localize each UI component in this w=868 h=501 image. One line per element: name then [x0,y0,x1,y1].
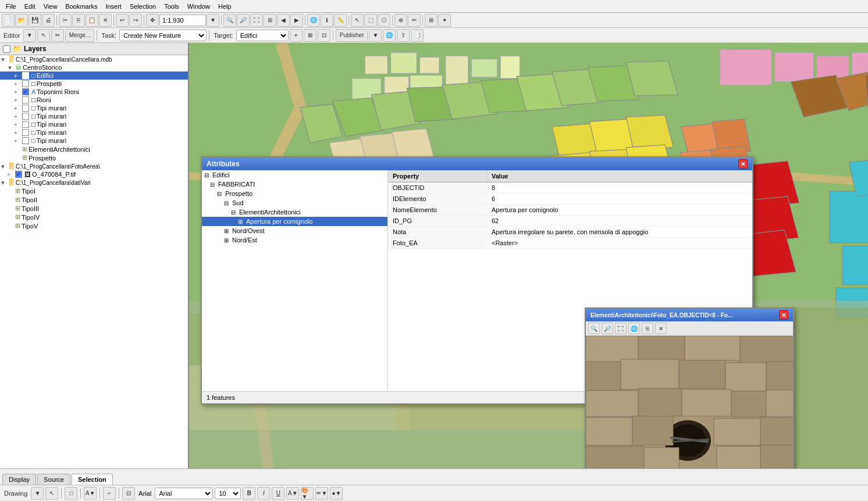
target-select[interactable]: Edifici [236,30,289,41]
layer-foto[interactable]: + ✓ 🖼 O_470084_P.tif [0,170,188,178]
tree-elementi-arch[interactable]: ⊟ ElementiArchitettonici [202,207,387,217]
font-select[interactable]: Arial [155,488,213,499]
foto-checkbox[interactable]: ✓ [15,171,22,178]
tipi2-checkbox[interactable] [22,113,29,120]
paste-button[interactable]: 📋 [86,14,98,27]
layer-tipi2[interactable]: + □ Tipi murari [0,112,188,120]
fill-color-button[interactable]: 🎨▼ [301,487,314,500]
drawing-dropdown[interactable]: ▼ [31,487,44,500]
tree-fabbricati[interactable]: ⊟ FABBRICATI [202,180,387,189]
drawing-callout[interactable]: ⌐ [103,487,116,500]
zoom-prev-button[interactable]: ◀ [277,14,290,27]
layer-toponimi[interactable]: + ✓ A Toponimi Rioni [0,88,188,96]
copy-button[interactable]: ⎘ [72,14,85,27]
tree-prospetto[interactable]: ⊟ Prospetto [202,189,387,198]
drawing-icon-q[interactable]: ⊡ [122,487,135,500]
layer-db1[interactable]: ▼ 🗄 C:\1_ProgCancellara\Cancellara.mdb [0,55,188,63]
photo-close-button[interactable]: ✕ [779,310,788,320]
layer-tipoi[interactable]: + ⊞ TipoI [0,187,188,195]
drawing-text-A[interactable]: A▼ [84,487,97,500]
expand-tipi3[interactable]: + [14,121,21,128]
editor-arrow[interactable]: ↖ [37,29,50,42]
globe-button[interactable]: 🌐 [307,14,320,27]
layer-db3[interactable]: ▼ 🗄 C:\1_ProgCancellara\datiVari [0,178,188,187]
toponimi-checkbox[interactable]: ✓ [22,88,29,95]
tree-expand-nordovest[interactable]: ⊞ [224,228,232,234]
attr-row-objectid[interactable]: OBJECTID 8 [388,182,752,194]
expand-db1[interactable]: ▼ [0,56,7,63]
print-button[interactable]: 🖨 [42,14,55,27]
expand-centrostorico[interactable]: ▼ [7,65,14,71]
merge-button[interactable]: Merge... [65,29,95,42]
drawing-rect[interactable]: □ [65,487,77,500]
expand-tipi1[interactable]: + [14,105,21,112]
tree-expand-prospetto[interactable]: ⊟ [217,191,225,197]
menu-tools[interactable]: Tools [161,2,183,11]
tree-nordest[interactable]: ⊞ Nord/Est [202,235,387,245]
tree-expand-edifici[interactable]: ⊟ [204,172,212,178]
layer-db2[interactable]: ▼ 🗄 C:\1_ProgCancellara\FotoAerea\ [0,162,188,170]
color-dot-button[interactable]: ●▼ [330,487,343,500]
zoom-in-button[interactable]: 🔍 [223,14,236,27]
select-button[interactable]: ↖ [351,14,364,27]
fontsize-select[interactable]: 10 [215,488,241,499]
layer-tipi3[interactable]: + □ Tipi murari [0,120,188,128]
attributes-close-button[interactable]: ✕ [738,159,748,169]
scale-dropdown[interactable]: ▼ [207,14,219,27]
photo-zoom-out[interactable]: 🔎 [602,323,613,334]
expand-toponimi[interactable]: + [14,89,21,95]
zoom-out-button[interactable]: 🔎 [237,14,250,27]
expand-tipi5[interactable]: + [14,138,21,144]
new-button[interactable]: 📄 [2,14,15,27]
layer-tipi1[interactable]: + □ Tipi murari [0,104,188,112]
expand-foto[interactable]: + [7,171,14,178]
photo-title[interactable]: ElementiArchitettonici\Foto_EA.OBJECTID=… [586,309,793,321]
delete-button[interactable]: ✕ [99,14,112,27]
undo-button[interactable]: ↩ [116,14,129,27]
menu-window[interactable]: Window [184,2,214,11]
scale-input[interactable] [159,15,206,26]
editor-pencil[interactable]: ✏ [51,29,64,42]
select-rect-button[interactable]: ⬚ [364,14,377,27]
map-canvas[interactable]: 80 [189,43,868,468]
layout-button[interactable]: 📑 [411,29,424,42]
photo-zoom-full[interactable]: ⛶ [615,323,627,334]
italic-button[interactable]: I [257,487,270,500]
edifici-checkbox[interactable] [22,72,29,79]
snap-button[interactable]: ✦ [438,14,451,27]
line-color-button[interactable]: ✏▼ [315,487,328,500]
share-button[interactable]: ⇪ [397,29,410,42]
tree-expand-sud[interactable]: ⊟ [224,200,232,206]
menu-insert[interactable]: Insert [102,2,125,11]
task-select[interactable]: Create New Feature [119,30,207,41]
tree-sud[interactable]: ⊟ Sud [202,198,387,207]
zoom-full-button[interactable]: ⛶ [250,14,263,27]
attr-row-idpg[interactable]: ID_PG 62 [388,216,752,227]
layer-centrostorico[interactable]: ▼ 🏛 CentroStorico [0,63,188,71]
menu-selection[interactable]: Selection [126,2,159,11]
expand-db3[interactable]: ▼ [0,180,7,186]
photo-copy[interactable]: ⎘ [642,323,653,334]
layer-rioni[interactable]: + □ Rioni [0,96,188,104]
attr-row-fotoeA[interactable]: Foto_EA <Raster> [388,238,752,249]
cut-button[interactable]: ✂ [59,14,72,27]
rioni-checkbox[interactable] [22,96,29,103]
target-icon1[interactable]: ⌖ [290,29,303,42]
attributes-title[interactable]: Attributes ✕ [202,158,752,170]
layer-tipi5[interactable]: + □ Tipi murari [0,137,188,145]
layer-tipoiii[interactable]: + ⊞ TipoIII [0,204,188,213]
expand-rioni[interactable]: + [14,97,21,103]
identify-button[interactable]: ℹ [321,14,333,27]
select-poly-button[interactable]: ⬡ [378,14,390,27]
layer-tipi4[interactable]: + □ Tipi murari [0,128,188,137]
globe2-button[interactable]: 🌐 [383,29,396,42]
save-button[interactable]: 💾 [29,14,41,27]
expand-db2[interactable]: ▼ [0,163,7,170]
bold-button[interactable]: B [243,487,255,500]
tipi4-checkbox[interactable] [22,129,29,136]
tab-source[interactable]: Source [37,474,70,485]
tree-expand-nordest[interactable]: ⊞ [224,237,232,244]
menu-bookmarks[interactable]: Bookmarks [62,2,101,11]
target-icon2[interactable]: ⊠ [304,29,316,42]
grid-button[interactable]: ⊞ [425,14,437,27]
